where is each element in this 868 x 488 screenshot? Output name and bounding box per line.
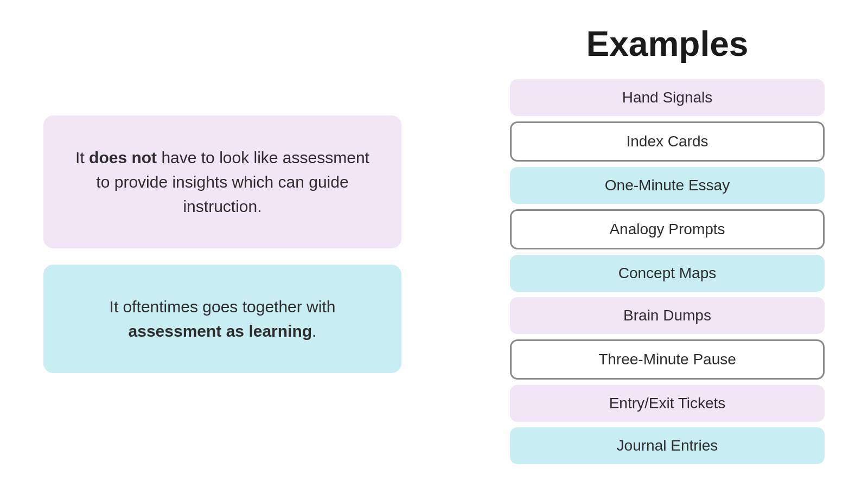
section-title: Examples: [586, 24, 749, 64]
list-item[interactable]: Analogy Prompts: [510, 209, 825, 249]
left-panel: It does not have to look like assessment…: [43, 115, 401, 373]
page-container: It does not have to look like assessment…: [0, 0, 868, 488]
list-item[interactable]: Index Cards: [510, 121, 825, 162]
examples-list: Hand Signals Index Cards One-Minute Essa…: [510, 79, 825, 464]
list-item[interactable]: Journal Entries: [510, 427, 825, 464]
list-item[interactable]: Brain Dumps: [510, 297, 825, 334]
right-panel: Examples Hand Signals Index Cards One-Mi…: [510, 24, 825, 464]
info-card-2: It oftentimes goes together with assessm…: [43, 265, 401, 373]
info-card-1: It does not have to look like assessment…: [43, 115, 401, 248]
list-item[interactable]: Three-Minute Pause: [510, 339, 825, 380]
list-item[interactable]: One-Minute Essay: [510, 167, 825, 204]
list-item[interactable]: Entry/Exit Tickets: [510, 385, 825, 422]
list-item[interactable]: Hand Signals: [510, 79, 825, 116]
list-item[interactable]: Concept Maps: [510, 255, 825, 292]
